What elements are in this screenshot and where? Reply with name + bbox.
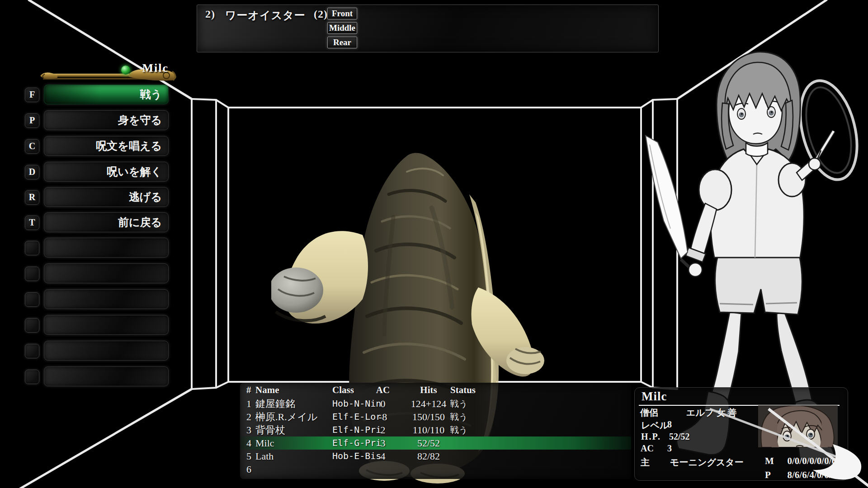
row-status: 戦う — [450, 397, 505, 410]
hotkey-empty — [25, 318, 39, 333]
hotkey-empty — [25, 267, 39, 281]
active-character-name: Milc — [112, 61, 169, 75]
command-dispel[interactable]: 呪いを解く — [44, 162, 169, 182]
party-row-4-active[interactable]: 4 Milc Elf-G-Pri 3 52/52 — [240, 436, 631, 450]
party-row-6[interactable]: 6 — [240, 463, 631, 476]
party-status-table: # Name Class AC Hits Status 1 鍵屋鐘銘 Hob-N… — [240, 383, 631, 479]
hotkey-p[interactable]: P — [25, 113, 39, 128]
command-cast-spell[interactable]: 呪文を唱える — [44, 136, 169, 156]
row-ac: -8 — [368, 410, 398, 423]
command-fight[interactable]: 戦う — [44, 84, 169, 104]
hotkey-empty — [25, 370, 39, 384]
row-hits: 110/110 — [399, 423, 458, 436]
hotkey-empty — [25, 292, 39, 307]
row-name: 榊原.R.メイル — [255, 410, 332, 423]
party-row-3[interactable]: 3 背骨杖 Elf-N-Pri 2 110/110 戦う — [240, 423, 631, 436]
foreground-effects — [628, 384, 868, 488]
row-name: 鍵屋鐘銘 — [255, 397, 332, 410]
hotkey-empty — [25, 344, 39, 358]
game-screen: 2) ワーオイスター (2) Front Middle Rear Mil — [0, 0, 868, 488]
header-hits: Hits — [399, 384, 458, 397]
hotkey-d[interactable]: D — [25, 165, 39, 179]
row-hits: 124+124 — [399, 397, 458, 410]
enemy-count: (2) — [314, 8, 328, 20]
row-ac: 3 — [368, 436, 398, 450]
hotkey-empty — [25, 241, 39, 255]
row-hits: 150/150 — [399, 410, 458, 423]
command-run[interactable]: 逃げる — [44, 187, 169, 207]
row-hits: 52/52 — [399, 436, 458, 450]
header-name: Name — [255, 384, 332, 397]
enemy-name: ワーオイスター — [225, 8, 306, 23]
party-row-1[interactable]: 1 鍵屋鐘銘 Hob-N-Nin 0 124+124 戦う — [240, 397, 631, 410]
hotkey-r[interactable]: R — [25, 190, 39, 205]
command-empty — [44, 289, 169, 309]
command-menu: Milc F 戦う P 身を守る C 呪文を唱える D 呪いを解く R 逃げる … — [0, 0, 190, 407]
rank-button-rear[interactable]: Rear — [327, 37, 357, 48]
row-name: Lath — [255, 450, 332, 463]
row-ac: 4 — [368, 450, 398, 463]
hotkey-f[interactable]: F — [25, 88, 39, 102]
header-status: Status — [450, 384, 505, 397]
hotkey-t[interactable]: T — [25, 216, 39, 230]
command-empty — [44, 263, 169, 283]
row-hits: 82/82 — [399, 450, 458, 463]
party-row-2[interactable]: 2 榊原.R.メイル Elf-E-Lor -8 150/150 戦う — [240, 410, 631, 423]
battle-prompt-box: 2) ワーオイスター (2) Front Middle Rear — [197, 5, 659, 52]
row-name: 背骨杖 — [255, 423, 332, 436]
row-ac: 2 — [368, 423, 398, 436]
command-empty — [44, 366, 169, 386]
party-table-header: # Name Class AC Hits Status — [240, 384, 631, 397]
hotkey-c[interactable]: C — [25, 139, 39, 154]
command-empty — [44, 315, 169, 335]
command-back[interactable]: 前に戻る — [44, 212, 169, 232]
rank-button-front[interactable]: Front — [327, 8, 357, 19]
row-name: Milc — [255, 436, 332, 450]
command-empty — [44, 238, 169, 258]
row-num: 6 — [246, 463, 260, 476]
rank-button-middle[interactable]: Middle — [327, 22, 357, 34]
header-ac: AC — [368, 384, 398, 397]
command-empty — [44, 341, 169, 361]
enemy-group-index: 2) — [205, 8, 215, 20]
row-ac: 0 — [368, 397, 398, 410]
row-status: 戦う — [450, 410, 505, 423]
command-parry[interactable]: 身を守る — [44, 110, 169, 130]
row-status: 戦う — [450, 423, 505, 436]
party-row-5[interactable]: 5 Lath Hob-E-Bis 4 82/82 — [240, 450, 631, 463]
